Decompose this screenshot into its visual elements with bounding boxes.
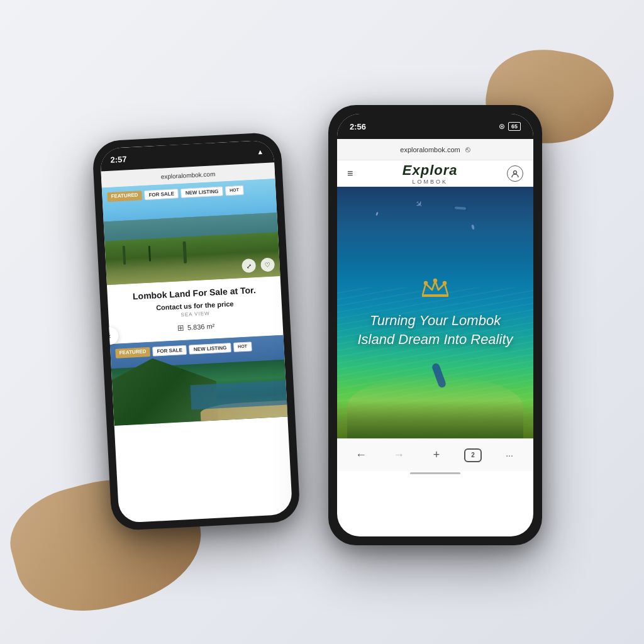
hero-headline: Turning Your Lombok Island Dream Into Re… bbox=[350, 311, 521, 348]
battery-icon: 65 bbox=[508, 122, 521, 131]
user-icon[interactable] bbox=[507, 165, 523, 182]
front-wifi-icon: ⊛ bbox=[499, 122, 505, 131]
safari-more-button[interactable]: ··· bbox=[499, 445, 519, 465]
front-time: 2:56 bbox=[350, 122, 366, 131]
brand-name: Explora bbox=[402, 162, 458, 179]
front-url-text: exploralombok.com bbox=[400, 146, 460, 153]
heart-icon[interactable]: ♡ bbox=[260, 257, 275, 272]
phone-back: 2:57 ▲ exploralombok.com bbox=[92, 132, 301, 531]
svg-point-0 bbox=[513, 170, 516, 174]
svg-point-2 bbox=[425, 282, 427, 284]
property1-image: FEATURED FOR SALE NEW LISTING HOT ⤢ ♡ bbox=[102, 179, 280, 285]
brand-container: Explora Lombok bbox=[402, 162, 458, 185]
front-url-bar[interactable]: exploralombok.com ⎋ bbox=[337, 139, 533, 160]
wifi-icon: ▲ bbox=[257, 148, 264, 156]
front-status-icons: ⊛ 65 bbox=[499, 122, 521, 131]
property2-badge-hot: HOT bbox=[233, 341, 252, 352]
hero-content: Turning Your Lombok Island Dream Into Re… bbox=[337, 187, 533, 438]
phones-container: 2:57 ▲ exploralombok.com bbox=[102, 86, 542, 558]
front-nav-bar: ≡ Explora Lombok bbox=[337, 160, 533, 187]
expand-icon[interactable]: ⤢ bbox=[242, 258, 256, 273]
home-indicator bbox=[410, 472, 460, 474]
svg-point-3 bbox=[443, 282, 446, 284]
front-notch bbox=[401, 114, 470, 130]
badge-forsale: FOR SALE bbox=[144, 189, 179, 200]
phone-front: 2:56 ⊛ 65 exploralombok.com ⎋ ≡ Explora … bbox=[328, 105, 542, 545]
area-icon: ⊞ bbox=[177, 323, 185, 333]
safari-back-button[interactable]: ← bbox=[351, 445, 371, 465]
badge-hot: HOT bbox=[225, 186, 244, 196]
safari-bottom-bar: ← → + 2 ··· bbox=[337, 438, 533, 471]
back-url-text: exploralombok.com bbox=[160, 170, 215, 180]
hamburger-icon[interactable]: ≡ bbox=[347, 168, 353, 179]
property1-area: ⊞ 5.836 m² bbox=[118, 318, 274, 336]
property2-image: FEATURED FOR SALE NEW LISTING HOT bbox=[110, 335, 287, 426]
safari-forward-button[interactable]: → bbox=[389, 445, 409, 465]
front-status-bar: 2:56 ⊛ 65 bbox=[337, 114, 533, 139]
hero-section: ✈ Turning Your L bbox=[337, 187, 533, 438]
phone-front-screen: 2:56 ⊛ 65 exploralombok.com ⎋ ≡ Explora … bbox=[337, 114, 533, 536]
property2-badge-forsale: FOR SALE bbox=[152, 345, 187, 357]
property1-info: Lombok Land For Sale at Tor. Contact us … bbox=[107, 276, 283, 343]
crown-icon bbox=[419, 276, 451, 299]
back-notch bbox=[161, 143, 212, 158]
badge-featured: FEATURED bbox=[107, 191, 142, 202]
svg-point-1 bbox=[434, 279, 436, 282]
phone-back-screen: 2:57 ▲ exploralombok.com bbox=[100, 140, 293, 523]
property2-badge-featured: FEATURED bbox=[115, 347, 150, 358]
back-status-icons: ▲ bbox=[257, 148, 264, 156]
back-time: 2:57 bbox=[110, 154, 127, 164]
share-icon[interactable]: ⎋ bbox=[465, 145, 470, 154]
property1-area-value: 5.836 m² bbox=[187, 322, 215, 331]
property1-actions: ⤢ ♡ bbox=[242, 257, 275, 273]
safari-add-button[interactable]: + bbox=[426, 445, 447, 465]
safari-tabs-button[interactable]: 2 bbox=[464, 448, 482, 462]
brand-subtitle: Lombok bbox=[402, 179, 458, 185]
